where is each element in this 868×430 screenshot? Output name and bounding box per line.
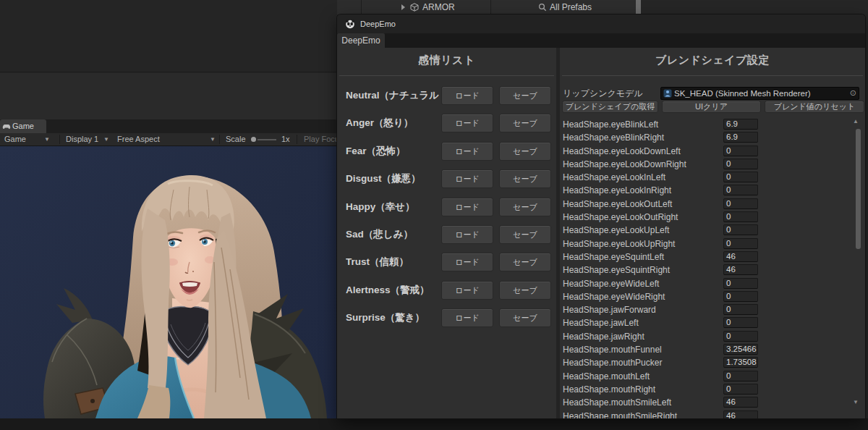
game-menu-dropdown[interactable]: Game xyxy=(4,133,26,146)
save-button[interactable]: セーブ xyxy=(499,86,551,105)
blendshape-name: HeadShape.eyeBlinkRight xyxy=(563,131,664,144)
blendshape-value-field[interactable]: 0 xyxy=(723,238,758,249)
blendshape-row: HeadShape.eyeLookUpLeft 0 xyxy=(560,224,865,237)
load-button[interactable]: ロード xyxy=(441,308,493,327)
save-button[interactable]: セーブ xyxy=(499,225,551,244)
blendshape-name: HeadShape.mouthRight xyxy=(563,383,655,396)
blendshape-name: HeadShape.eyeLookDownRight xyxy=(563,158,686,171)
separator xyxy=(339,75,554,76)
chevron-down-icon[interactable]: ▼ xyxy=(210,133,216,146)
object-picker-icon[interactable]: ⊙ xyxy=(850,87,856,99)
aspect-dropdown[interactable]: Free Aspect xyxy=(117,133,160,146)
blendshape-name: HeadShape.mouthSmileLeft xyxy=(563,396,671,409)
blendshape-value-field[interactable]: 0 xyxy=(723,291,758,302)
blendshape-name: HeadShape.jawLeft xyxy=(563,316,639,329)
foldout-arrow-icon[interactable] xyxy=(401,4,405,10)
game-viewport xyxy=(0,146,337,418)
load-button[interactable]: ロード xyxy=(441,86,493,105)
window-titlebar[interactable]: DeepEmo xyxy=(337,14,865,33)
game-view-tabbar: Game xyxy=(0,119,337,133)
blendshape-value-field[interactable]: 0 xyxy=(723,211,758,222)
save-button[interactable]: セーブ xyxy=(499,169,551,188)
save-button[interactable]: セーブ xyxy=(499,198,551,216)
tab-game[interactable]: Game xyxy=(0,119,46,133)
load-button[interactable]: ロード xyxy=(441,225,493,244)
all-prefabs-label[interactable]: All Prefabs xyxy=(550,0,592,14)
blendshape-name: HeadShape.mouthLeft xyxy=(563,370,650,383)
lipsync-model-object-field[interactable]: SK_HEAD (Skinned Mesh Renderer) ⊙ xyxy=(660,87,859,100)
blendshape-value-field[interactable]: 46 xyxy=(723,264,758,275)
armor-item-label[interactable]: ARMOR xyxy=(422,0,455,14)
blendshape-value-field[interactable]: 46 xyxy=(723,397,758,408)
emotion-row: Surprise（驚き） ロード セーブ xyxy=(337,308,556,327)
blendshape-name: HeadShape.mouthSmileRight xyxy=(563,410,677,418)
blendshape-name: HeadShape.eyeLookOutRight xyxy=(563,211,678,224)
save-button[interactable]: セーブ xyxy=(499,308,551,327)
unity-editor: ARMOR All Prefabs Game Game ▼ Display 1 … xyxy=(0,0,868,430)
blendshape-name: HeadShape.jawRight xyxy=(563,330,644,343)
blendshape-value-field[interactable]: 0 xyxy=(723,278,758,289)
blendshape-name: HeadShape.eyeSquintLeft xyxy=(563,250,664,264)
blendshape-value-field[interactable]: 0 xyxy=(723,146,758,156)
skinned-mesh-renderer-icon xyxy=(663,89,672,98)
blendshape-value-field[interactable]: 0 xyxy=(723,317,758,328)
blendshape-value-field[interactable]: 0 xyxy=(723,198,758,209)
blendshape-value-field[interactable]: 46 xyxy=(723,251,758,262)
blendshape-row: HeadShape.mouthFunnel 3.25466 xyxy=(560,343,865,356)
blendshape-value-field[interactable]: 0 xyxy=(723,371,758,381)
chevron-down-icon[interactable]: ▼ xyxy=(44,133,50,146)
blendshape-row: HeadShape.eyeSquintRight 46 xyxy=(560,264,865,277)
blendshape-value-field[interactable]: 0 xyxy=(723,304,758,315)
blendshape-value-field[interactable]: 3.25466 xyxy=(723,344,758,355)
blendshape-row: HeadShape.eyeLookInRight 0 xyxy=(560,184,865,197)
ui-clear-button[interactable]: UIクリア xyxy=(662,101,761,113)
emotion-rows: Neutral（ナチュラル） ロード セーブ Anger（怒り） ロード セーブ… xyxy=(337,86,556,337)
emotion-row: Sad（悲しみ） ロード セーブ xyxy=(337,225,556,244)
blendshape-value-field[interactable]: 0 xyxy=(723,384,758,395)
blendshape-name: HeadShape.eyeLookDownLeft xyxy=(563,145,681,158)
blendshape-row: HeadShape.mouthLeft 0 xyxy=(560,370,865,383)
scrollbar-up-arrow[interactable]: ▲ xyxy=(853,118,859,125)
blendshape-value-field[interactable]: 1.73508 xyxy=(723,357,758,368)
fetch-blendshapes-button[interactable]: ブレンドシェイプの取得 xyxy=(562,101,658,113)
blendshape-value-field[interactable]: 0 xyxy=(723,331,758,342)
chevron-down-icon[interactable]: ▼ xyxy=(103,133,109,146)
scrollbar-thumb[interactable] xyxy=(636,0,641,14)
load-button[interactable]: ロード xyxy=(441,198,493,216)
display-dropdown[interactable]: Display 1 xyxy=(66,133,98,146)
save-button[interactable]: セーブ xyxy=(499,253,551,271)
scale-slider-track[interactable] xyxy=(258,139,276,140)
blendshape-value-field[interactable]: 6.9 xyxy=(723,132,758,143)
tab-deepemo[interactable]: DeepEmo xyxy=(337,33,385,48)
load-button[interactable]: ロード xyxy=(441,114,493,132)
scrollbar-thumb[interactable] xyxy=(856,129,861,249)
blendshape-value-field[interactable]: 0 xyxy=(723,224,758,235)
save-button[interactable]: セーブ xyxy=(499,281,551,300)
blendshape-panel-title: ブレンドシェイプ設定 xyxy=(560,54,865,67)
load-button[interactable]: ロード xyxy=(441,253,493,271)
blendshape-name: HeadShape.eyeLookOutLeft xyxy=(563,198,672,211)
emotion-label: Anger（怒り） xyxy=(346,114,440,132)
save-button[interactable]: セーブ xyxy=(499,114,551,132)
separator xyxy=(562,75,863,76)
blendshape-value-field[interactable]: 0 xyxy=(723,159,758,169)
editor-bottom-strip xyxy=(0,418,868,430)
blendshape-value-field[interactable]: 0 xyxy=(723,185,758,195)
load-button[interactable]: ロード xyxy=(441,281,493,300)
emotion-label: Neutral（ナチュラル） xyxy=(346,86,440,105)
blendshape-value-field[interactable]: 6.9 xyxy=(723,119,758,130)
blendshape-panel: ブレンドシェイプ設定 リップシンクモデル SK_HEAD (Skinned Me… xyxy=(560,48,865,418)
reset-blend-values-button[interactable]: ブレンド値のリセット xyxy=(765,101,864,113)
emotion-row: Anger（怒り） ロード セーブ xyxy=(337,114,556,132)
scale-slider-knob[interactable] xyxy=(251,137,256,142)
blendshape-value-field[interactable]: 0 xyxy=(723,172,758,182)
emotion-panel-title: 感情リスト xyxy=(337,54,556,67)
blendshape-value-field[interactable]: 46 xyxy=(723,410,758,418)
load-button[interactable]: ロード xyxy=(441,142,493,161)
scrollbar-down-arrow[interactable]: ▼ xyxy=(853,399,859,405)
play-focused-dropdown[interactable]: Play Focused xyxy=(304,133,337,146)
emotion-row: Fear（恐怖） ロード セーブ xyxy=(337,142,556,161)
load-button[interactable]: ロード xyxy=(441,169,493,188)
emotion-label: Trust（信頼） xyxy=(346,253,440,271)
save-button[interactable]: セーブ xyxy=(499,142,551,161)
